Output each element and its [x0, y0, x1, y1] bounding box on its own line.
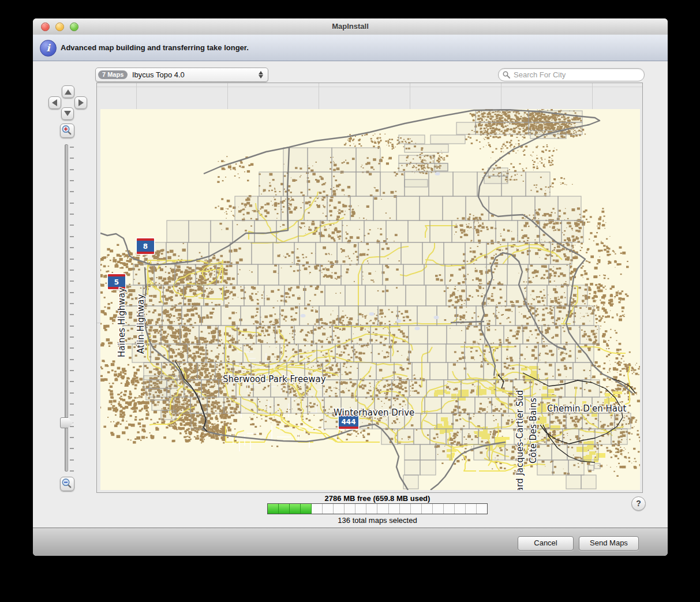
progress-segment-empty	[345, 504, 355, 514]
down-arrow-icon	[64, 111, 71, 116]
svg-text:5: 5	[114, 278, 119, 286]
progress-segment-empty	[312, 504, 323, 514]
progress-segment-empty	[422, 504, 433, 514]
zoom-in-icon	[61, 124, 73, 136]
map-viewport[interactable]: 85444Haines HighwayAtlin HighwaySherwood…	[96, 83, 643, 493]
progress-segment-empty	[400, 504, 411, 514]
pan-up-button[interactable]	[62, 85, 74, 98]
help-button[interactable]: ?	[631, 496, 646, 511]
progress-segment-empty	[455, 504, 466, 514]
map-product-label: Ibycus Topo 4.0	[132, 68, 185, 81]
progress-segment-empty	[477, 504, 487, 514]
zoom-in-button[interactable]	[60, 124, 74, 138]
zoom-out-icon	[61, 477, 73, 489]
mapinstall-window: MapInstall i Advanced map building and t…	[33, 18, 668, 556]
window-title: MapInstall	[33, 22, 668, 31]
lake	[435, 172, 440, 175]
svg-text:444: 444	[341, 418, 355, 426]
shield-8: 8	[136, 238, 155, 255]
progress-segment-empty	[411, 504, 422, 514]
progress-segment-empty	[444, 504, 455, 514]
road-label-winterhaven: Winterhaven Drive	[334, 407, 414, 418]
progress-segment-empty	[389, 504, 400, 514]
progress-segment-empty	[466, 504, 477, 514]
left-arrow-icon	[52, 99, 57, 106]
info-message: Advanced map building and transferring t…	[61, 35, 249, 61]
lake	[434, 316, 439, 319]
progress-segment-empty	[323, 504, 334, 514]
svg-text:8: 8	[143, 242, 148, 250]
progress-segment-empty	[355, 504, 366, 514]
cancel-button[interactable]: Cancel	[518, 536, 574, 551]
search-icon	[503, 71, 510, 78]
search-input[interactable]	[512, 69, 641, 80]
right-arrow-icon	[78, 99, 84, 106]
road-label-haines: Haines Highway	[117, 287, 127, 357]
pan-right-button[interactable]	[74, 96, 87, 109]
progress-segment-empty	[433, 504, 444, 514]
info-banner: i Advanced map building and transferring…	[33, 35, 668, 61]
progress-segment-empty	[366, 504, 377, 514]
progress-segment-empty	[377, 504, 388, 514]
selected-maps-text: 136 total maps selected	[267, 516, 488, 525]
info-icon: i	[40, 40, 57, 57]
bottom-bar: Cancel Send Maps	[33, 528, 668, 556]
maps-count-badge: 7 Maps	[98, 70, 128, 79]
progress-segment-filled	[279, 504, 290, 514]
free-space-text: 2786 MB free (659.8 MB used)	[267, 494, 488, 503]
up-arrow-icon	[65, 89, 72, 95]
road-label-sherwood: Sherwood Park Freeway	[223, 374, 326, 384]
lake	[301, 314, 306, 317]
shield-5: 5	[107, 274, 126, 290]
map-canvas[interactable]: 85444Haines HighwayAtlin HighwaySherwood…	[100, 109, 640, 490]
progress-segment-filled	[268, 504, 279, 514]
lake	[415, 327, 420, 330]
zoom-out-button[interactable]	[60, 477, 74, 491]
road-label-chemin: Chemin D'en Haut	[547, 403, 626, 414]
lake	[369, 312, 375, 316]
pan-down-button[interactable]	[61, 107, 74, 120]
send-maps-button[interactable]: Send Maps	[579, 536, 639, 551]
road-label-jacques: ard Jacques-Cartier Sud	[515, 390, 525, 490]
progress-segment-empty	[334, 504, 345, 514]
pan-left-button[interactable]	[48, 96, 61, 109]
capacity-progress-bar	[267, 503, 488, 514]
map-product-dropdown[interactable]: 7 Maps Ibycus Topo 4.0	[95, 68, 268, 82]
road-label-atlin: Atlin Highway	[136, 294, 146, 354]
progress-segment-filled	[290, 504, 301, 514]
road-label-cote: Côte Des Bains	[528, 398, 538, 463]
city-search-field[interactable]	[498, 68, 645, 81]
lake	[396, 319, 402, 323]
dropdown-stepper-icon	[259, 70, 264, 79]
progress-segment-filled	[301, 504, 312, 514]
titlebar[interactable]: MapInstall	[33, 18, 668, 35]
tile-row-line	[97, 87, 642, 87]
